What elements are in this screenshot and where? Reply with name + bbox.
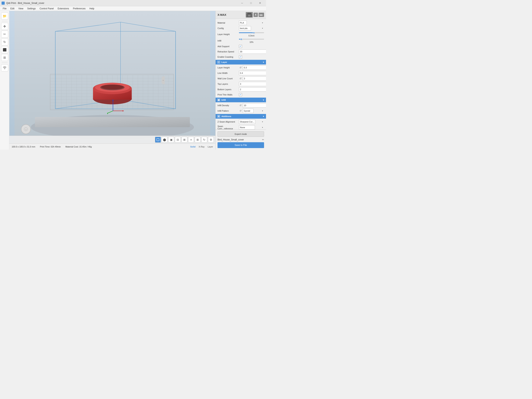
add-support-checkbox[interactable] bbox=[239, 45, 242, 48]
infill-pattern-label: Infill Pattern bbox=[217, 110, 239, 112]
panel-footer: Expert mode Bird_House_Small_cover ✏ Sav… bbox=[215, 129, 266, 150]
bottom-layers-input[interactable] bbox=[239, 87, 266, 91]
layer-height-thumb[interactable] bbox=[253, 32, 255, 34]
infill-density-input[interactable] bbox=[243, 103, 266, 108]
flatbox-view-button[interactable]: ▣ bbox=[168, 137, 174, 143]
grid-button[interactable]: ⊞ bbox=[195, 137, 201, 143]
printer-x-button[interactable]: X bbox=[253, 13, 258, 17]
title-bar-text: Qidi Print - Bird_House_Small_cover bbox=[6, 2, 44, 5]
main-layout: 📁 ✥ ✂ ↻ ⬛ ⊞ bbox=[0, 11, 266, 150]
rotate-view-button[interactable]: ↻ bbox=[201, 137, 207, 143]
additions-section-label: Additions bbox=[222, 115, 231, 117]
top-layers-input[interactable] bbox=[239, 82, 266, 86]
print-thin-walls-checkbox[interactable] bbox=[239, 93, 242, 96]
home-button[interactable]: ⌂ bbox=[21, 124, 31, 134]
menu-control-panel[interactable]: Control Panel bbox=[38, 6, 56, 11]
z-seam-alignment-control: Sharpest Cor... Shortest Random bbox=[239, 120, 264, 124]
rotate-tool-button[interactable]: ↻ bbox=[1, 38, 8, 45]
line-width-input[interactable] bbox=[239, 71, 266, 75]
layer-height-slider-row: Layer Height 0.3mm bbox=[215, 31, 266, 37]
wall-line-count-reset-button[interactable]: ↺ bbox=[239, 77, 242, 80]
infill-slider-label: Infill bbox=[217, 39, 239, 42]
add-support-row: Add Support bbox=[215, 44, 266, 49]
menu-settings[interactable]: Settings bbox=[25, 6, 38, 11]
seam-corn-reference-select[interactable]: None User Specified bbox=[239, 125, 255, 129]
wall-line-count-input[interactable] bbox=[243, 76, 266, 81]
minimize-button[interactable]: ─ bbox=[238, 0, 247, 6]
edit-icon[interactable]: ✏ bbox=[262, 138, 264, 141]
config-row: Config best pla normal pla fast pla bbox=[215, 26, 266, 31]
top-layers-control bbox=[239, 82, 266, 86]
infill-pattern-reset-button[interactable]: ↺ bbox=[239, 109, 242, 112]
material-select[interactable]: PLA ABS PETG bbox=[239, 21, 247, 25]
maximize-button[interactable]: □ bbox=[247, 0, 255, 6]
layer-height-slider-control: 0.3mm bbox=[239, 32, 264, 37]
open-file-button[interactable]: 📁 bbox=[1, 13, 8, 19]
bottom-layers-control bbox=[239, 87, 266, 91]
splitview-button[interactable]: ⊟ bbox=[175, 137, 181, 143]
layer-height-value: 0.3mm bbox=[239, 35, 264, 37]
menu-help[interactable]: Help bbox=[88, 6, 96, 11]
menu-extensions[interactable]: Extensions bbox=[56, 6, 71, 11]
cut-tool-button[interactable]: ✂ bbox=[1, 31, 8, 38]
menu-preferences[interactable]: Preferences bbox=[71, 6, 88, 11]
printer-name: X-MAX bbox=[217, 13, 226, 16]
infill-pattern-select[interactable]: Gyroid Lines Grid Triangles bbox=[243, 109, 253, 113]
enable-coasting-label: Enable Coasting bbox=[217, 56, 239, 58]
infill-section-header[interactable]: ▦ Infill ▼ bbox=[215, 98, 266, 102]
retraction-speed-label: Retraction Speed bbox=[217, 51, 239, 53]
title-bar: Qidi Print - Bird_House_Small_cover ─ □ … bbox=[0, 0, 266, 6]
file-name-text: Bird_House_Small_cover bbox=[217, 138, 261, 141]
layer-view-link[interactable]: Layer bbox=[208, 146, 213, 148]
settings-view-button[interactable]: ⚙ bbox=[208, 137, 214, 143]
box-cut-button[interactable]: ⊠ bbox=[182, 137, 187, 143]
retraction-speed-row: Retraction Speed mm/s bbox=[215, 49, 266, 54]
line-width-control: mm bbox=[239, 71, 266, 75]
move-tool-button[interactable]: ✥ bbox=[1, 23, 8, 30]
seam-corn-reference-row: Seam Corn...reference None User Specifie… bbox=[215, 124, 266, 129]
close-button[interactable]: ✕ bbox=[255, 0, 265, 6]
infill-track[interactable] bbox=[239, 39, 264, 39]
layer-height-field-input[interactable] bbox=[243, 65, 266, 70]
infill-density-reset-button[interactable]: ↺ bbox=[239, 104, 242, 107]
wifi-button[interactable] bbox=[1, 64, 8, 71]
xray-view-link[interactable]: X-Ray bbox=[199, 146, 205, 148]
save-to-file-button[interactable]: Save to File bbox=[217, 142, 264, 148]
layer-height-track[interactable] bbox=[239, 32, 264, 33]
layer-section-label: Layer bbox=[222, 61, 227, 63]
solid-view-link[interactable]: Solid bbox=[190, 146, 196, 148]
enable-coasting-checkbox[interactable] bbox=[239, 55, 242, 58]
mirror-tool-button[interactable]: ⊞ bbox=[1, 54, 8, 61]
infill-section-label: Infill bbox=[222, 99, 226, 101]
skip-button[interactable]: ▶▶ bbox=[259, 13, 264, 17]
file-row: Bird_House_Small_cover ✏ bbox=[217, 138, 264, 141]
menu-edit[interactable]: Edit bbox=[8, 6, 16, 11]
cube-view-button[interactable] bbox=[155, 137, 161, 143]
menu-file[interactable]: File bbox=[1, 6, 8, 11]
menu-view[interactable]: View bbox=[16, 6, 25, 11]
config-select-wrapper: best pla normal pla fast pla bbox=[239, 26, 264, 30]
expert-mode-button[interactable]: Expert mode bbox=[217, 131, 264, 137]
scale-tool-button[interactable]: ⬛ bbox=[1, 46, 8, 53]
sphere-view-button[interactable]: ⬤ bbox=[162, 137, 167, 143]
scroll-indicator[interactable]: ‹ bbox=[162, 76, 165, 84]
config-select[interactable]: best pla normal pla fast pla bbox=[239, 26, 251, 30]
layer-height-reset-button[interactable]: ↺ bbox=[239, 66, 242, 69]
add-support-label: Add Support bbox=[217, 45, 239, 48]
print-time-text: Print Time: 02h 49min bbox=[40, 146, 61, 148]
material-label: Material bbox=[217, 22, 239, 24]
layer-section-header[interactable]: ≡ Layer ▼ bbox=[215, 60, 266, 64]
additions-section-header[interactable]: ⊕ Additions ▼ bbox=[215, 114, 266, 119]
layer-view-button[interactable]: ≡ bbox=[188, 137, 194, 143]
infill-density-label: Infill Density bbox=[217, 104, 239, 107]
layer-height-field-row: Layer Height ↺ mm bbox=[215, 65, 266, 70]
bottom-layers-row: Bottom Layers bbox=[215, 87, 266, 92]
retraction-speed-input[interactable] bbox=[239, 50, 266, 54]
z-seam-alignment-select[interactable]: Sharpest Cor... Shortest Random bbox=[239, 120, 255, 124]
viewport[interactable]: ⌂ ⬤ ▣ ⊟ ⊠ ≡ ⊞ ↻ ⚙ 100.0 x 100.0 x 31.0 m… bbox=[9, 11, 215, 150]
infill-thumb[interactable] bbox=[241, 38, 242, 40]
status-bar: 100.0 x 100.0 x 31.0 mm Print Time: 02h … bbox=[9, 143, 215, 150]
line-width-label: Line Width bbox=[217, 72, 239, 74]
seam-corn-reference-select-wrapper: None User Specified bbox=[239, 125, 264, 129]
3d-scene bbox=[9, 11, 215, 150]
